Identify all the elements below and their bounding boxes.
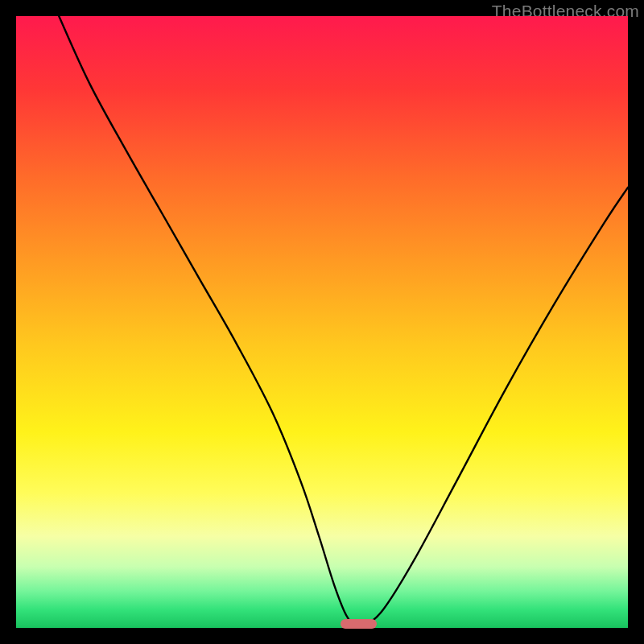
plot-area [16,16,628,628]
chart-frame: TheBottleneck.com [0,0,644,644]
bottleneck-curve [16,16,628,628]
optimal-range-marker [341,619,378,629]
